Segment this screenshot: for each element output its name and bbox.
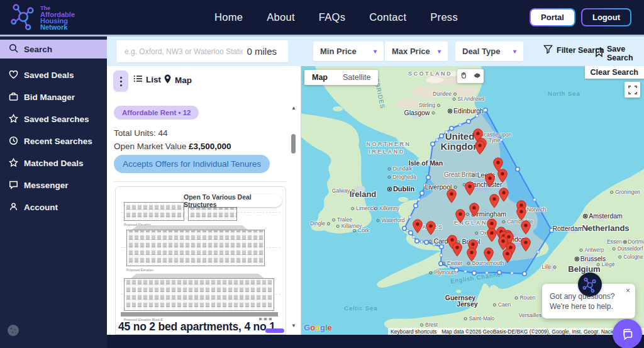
view-toggle-map[interactable]: Map <box>164 74 192 86</box>
nav-press[interactable]: Press <box>430 11 458 23</box>
sidebar-item-matched-deals[interactable]: Matched Deals <box>0 152 107 174</box>
nav-home[interactable]: Home <box>214 11 243 23</box>
map-type-control: Map Satellite <box>304 70 378 85</box>
save-search-button[interactable]: Save Search <box>595 45 644 62</box>
chat-tooltip-message: Got any questions? We're here to help. <box>550 292 614 311</box>
header-buttons: Portal Logout <box>530 8 631 26</box>
sidebar-item-bid-manager[interactable]: Bid Manager <box>0 86 107 108</box>
map-marker[interactable] <box>447 189 457 203</box>
sidebar-item-saved-deals[interactable]: Saved Deals <box>0 64 107 86</box>
google-logo: Google <box>304 323 332 332</box>
map-marker[interactable] <box>487 228 497 242</box>
map-marker[interactable] <box>426 221 436 235</box>
deal-type-label: Deal Type <box>462 47 500 56</box>
deal-structures-ribbon: Open To Various Deal Structures <box>184 194 282 207</box>
min-price-dropdown[interactable]: Min Price ▾ <box>313 42 384 61</box>
sidebar-item-label: Matched Deals <box>24 159 84 168</box>
elevation-roof <box>132 225 248 230</box>
view-toggle-list[interactable]: List <box>133 74 161 85</box>
sidebar: Search Saved Deals Bid Manager Saved Sea… <box>0 36 107 348</box>
view-toggle-label: Map <box>175 76 192 85</box>
save-search-label: Save Search <box>607 45 644 62</box>
clear-search-button[interactable]: Clear Search <box>585 66 644 79</box>
sidebar-item-messenger[interactable]: Messenger <box>0 174 107 196</box>
location-input[interactable] <box>116 47 247 56</box>
scrollbar-thumb[interactable] <box>291 134 296 154</box>
sidebar-item-label: Saved Searches <box>24 115 89 124</box>
map-marker[interactable] <box>475 140 485 155</box>
map-marker[interactable] <box>452 242 462 257</box>
chat-bubbles-icon <box>621 327 635 341</box>
hidden-button-edge[interactable] <box>265 328 284 333</box>
property-card[interactable]: Open To Various Deal Structures Proposed… <box>115 186 286 335</box>
map-marker[interactable] <box>469 203 479 217</box>
results-summary: Total Units: 44 Open Market Value £3,500… <box>114 126 231 153</box>
pan-hand-icon[interactable] <box>460 70 467 82</box>
map-marker[interactable] <box>413 219 423 233</box>
map-data-attribution: Map data ©2026 GeoBasis-DE/BKG (©2009), … <box>441 328 622 335</box>
map-marker[interactable] <box>467 247 477 262</box>
chevron-down-icon: ▾ <box>513 48 516 55</box>
sidebar-item-saved-searches[interactable]: Saved Searches <box>0 108 107 130</box>
map-type-map[interactable]: Map <box>304 70 335 85</box>
open-market-value: Open Market Value £3,500,000 <box>114 140 231 153</box>
elevation-ground-bar <box>121 312 278 317</box>
sidebar-item-label: Messenger <box>24 181 69 190</box>
chat-agent-avatar[interactable] <box>578 272 602 296</box>
map-marker[interactable] <box>499 188 509 202</box>
elevation-drawing <box>124 278 274 311</box>
map-marker[interactable] <box>497 169 508 183</box>
sidebar-item-label: Saved Deals <box>24 70 74 80</box>
radius-value[interactable]: 0 miles <box>247 46 288 57</box>
results-panel: List Map Affordable Rent • 12 Total Unit… <box>107 66 301 335</box>
nav-faqs[interactable]: FAQs <box>319 11 345 23</box>
elevation-drawing <box>126 230 265 266</box>
main-nav: Home About FAQs Contact Press <box>214 11 458 23</box>
drawing-caption: Proposed Elevation <box>126 268 153 272</box>
scroll-down-arrow[interactable]: ▼ <box>290 323 297 328</box>
sidebar-item-search[interactable]: Search <box>0 40 107 59</box>
top-nav-bar: The Affordable Housing Network Home Abou… <box>0 0 644 36</box>
kebab-menu-button[interactable] <box>113 70 128 92</box>
star-icon <box>9 158 18 169</box>
bookmark-icon <box>595 48 603 59</box>
chevron-down-icon: ▾ <box>374 48 377 55</box>
cookie-consent-icon[interactable] <box>7 324 19 339</box>
close-icon[interactable]: × <box>626 286 630 296</box>
map-marker[interactable] <box>465 181 475 196</box>
map-marker[interactable] <box>484 247 494 262</box>
max-price-dropdown[interactable]: Max Price ▾ <box>385 42 448 61</box>
deal-type-dropdown[interactable]: Deal Type ▾ <box>455 42 523 61</box>
scroll-up-arrow[interactable]: ▲ <box>290 105 297 111</box>
keyboard-shortcuts-link[interactable]: Keyboard shortcuts <box>391 328 436 335</box>
map-marker[interactable] <box>516 206 526 221</box>
star-icon <box>9 114 18 125</box>
nav-about[interactable]: About <box>267 11 295 23</box>
elevation-drawing <box>188 207 237 221</box>
location-search-box: 0 miles <box>116 40 288 62</box>
map-marker[interactable] <box>485 173 495 188</box>
person-icon <box>9 202 18 213</box>
map-marker[interactable] <box>455 209 465 223</box>
fullscreen-button[interactable] <box>625 82 640 98</box>
sidebar-item-label: Recent Searches <box>24 137 92 146</box>
chat-launcher-button[interactable] <box>613 319 642 348</box>
individual-tenures-pill[interactable]: Accepts Offers for Individual Tenures <box>114 155 270 173</box>
logo[interactable]: The Affordable Housing Network <box>10 3 104 33</box>
map-marker[interactable] <box>502 249 513 263</box>
map-marker[interactable] <box>489 194 499 208</box>
min-price-label: Min Price <box>320 47 357 56</box>
logout-button[interactable]: Logout <box>581 8 631 26</box>
map-type-satellite[interactable]: Satellite <box>335 70 378 85</box>
map-marker[interactable] <box>521 237 531 252</box>
draw-polygon-icon[interactable] <box>473 70 481 82</box>
max-price-label: Max Price <box>392 47 430 56</box>
sidebar-item-recent-searches[interactable]: Recent Searches <box>0 130 107 152</box>
portal-button[interactable]: Portal <box>530 8 575 26</box>
map-attribution: Keyboard shortcuts Map data ©2026 GeoBas… <box>388 328 644 335</box>
nav-contact[interactable]: Contact <box>369 11 406 23</box>
footer-strip <box>107 335 644 348</box>
tenure-filter-badge[interactable]: Affordable Rent • 12 <box>114 106 199 120</box>
map-marker[interactable] <box>521 220 531 235</box>
sidebar-item-account[interactable]: Account <box>0 196 107 218</box>
